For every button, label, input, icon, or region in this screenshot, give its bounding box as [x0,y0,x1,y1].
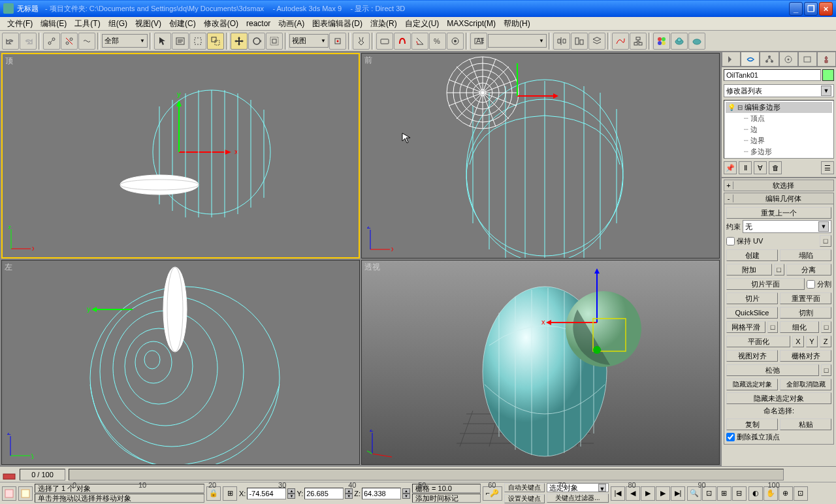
rotate-button[interactable] [248,33,265,50]
stack-edge[interactable]: 边 [726,124,832,135]
slice-button[interactable]: 切片 [726,292,778,304]
select-object-button[interactable] [154,33,171,50]
menu-tools[interactable]: 工具(T) [71,17,104,31]
create-button[interactable]: 创建 [726,249,778,261]
tessellate-button[interactable]: 细化 [780,321,819,333]
close-button[interactable]: × [819,2,833,16]
time-slider[interactable]: 01020 304050 607080 90100 [69,469,784,480]
tab-hierarchy[interactable] [760,52,779,67]
coord-z-input[interactable] [362,488,401,499]
key-filters-button[interactable]: 关键点过滤器... [547,494,609,503]
spinner-snap-button[interactable] [447,33,464,50]
attach-list-button[interactable]: □ [774,264,784,276]
listener-button[interactable] [18,486,33,501]
snap-toggle-button[interactable] [394,33,411,50]
material-editor-button[interactable] [653,33,670,50]
make-unique-button[interactable]: ∀ [754,161,767,174]
add-time-tag[interactable]: 添加时间标记 [412,494,481,503]
menu-group[interactable]: 组(G) [104,17,131,31]
coord-x-input[interactable] [247,488,286,499]
stack-polygon[interactable]: 多边形 [726,146,832,157]
menu-views[interactable]: 视图(V) [131,17,165,31]
hide-selected-button[interactable]: 隐藏选定对象 [726,379,778,390]
undo-button[interactable] [2,33,19,50]
keyboard-shortcut-button[interactable] [376,33,393,50]
repeat-last-button[interactable]: 重复上一个 [726,207,831,219]
tab-create[interactable] [722,52,741,67]
quick-render-button[interactable] [688,33,705,50]
split-checkbox[interactable]: 分割 [807,279,831,289]
align-button[interactable] [571,33,588,50]
tessellate-settings[interactable]: □ [821,321,831,333]
show-end-result-button[interactable]: Ⅱ [739,161,752,174]
modifier-list-dropdown[interactable]: 修改器列表▼ [724,84,834,97]
view-align-button[interactable]: 视图对齐 [726,350,778,362]
msmooth-button[interactable]: 网格平滑 [726,321,765,333]
rollup-soft-selection[interactable]: +软选择 [724,180,834,191]
move-button[interactable] [231,33,248,50]
menu-customize[interactable]: 自定义(U) [401,17,443,31]
quickslice-button[interactable]: QuickSlice [726,307,778,319]
detach-button[interactable]: 分离 [786,264,832,276]
redo-button[interactable] [20,33,37,50]
copy-named-button[interactable]: 复制 [726,418,778,430]
menu-graph-editors[interactable]: 图表编辑器(D) [308,17,366,31]
viewport-left[interactable]: 左 y zy [1,260,360,465]
preserve-uv-settings[interactable]: □ [820,235,831,247]
collapse-button[interactable]: 塌陷 [780,249,831,261]
scale-button[interactable] [266,33,283,50]
maxscript-mini-button[interactable] [2,486,16,501]
relax-settings[interactable]: □ [821,364,831,376]
maximize-button[interactable]: ❐ [804,2,818,16]
menu-modifiers[interactable]: 修改器(O) [200,17,242,31]
make-planar-button[interactable]: 平面化 [726,336,790,347]
menu-edit[interactable]: 编辑(E) [37,17,71,31]
viewport-front[interactable]: 前 [361,53,720,259]
stack-border[interactable]: 边界 [726,135,832,146]
angle-snap-button[interactable] [411,33,428,50]
set-key-button[interactable]: 设置关键点 [504,494,545,503]
window-crossing-button[interactable] [207,33,224,50]
use-center-button[interactable] [329,33,346,50]
unlink-button[interactable] [61,33,78,50]
link-button[interactable] [43,33,60,50]
preserve-uv-checkbox[interactable]: 保持 UV [726,236,763,246]
minimize-button[interactable]: _ [789,2,803,16]
grid-align-button[interactable]: 栅格对齐 [780,350,831,362]
reset-plane-button[interactable]: 重置平面 [780,292,831,304]
planar-y[interactable]: Y [806,336,818,347]
menu-create[interactable]: 创建(C) [165,17,200,31]
cut-button[interactable]: 切割 [780,307,831,319]
configure-sets-button[interactable]: ☰ [821,161,834,174]
tab-modify[interactable] [741,52,760,67]
menu-maxscript[interactable]: MAXScript(M) [443,18,500,29]
unhide-all-button[interactable]: 全部取消隐藏 [780,379,831,390]
stack-vertex[interactable]: 顶点 [726,113,832,124]
attach-button[interactable]: 附加 [726,264,772,276]
delete-isolated-checkbox[interactable]: 删除孤立顶点 [726,432,831,442]
bind-space-warp-button[interactable] [78,33,95,50]
maximize-viewport-button[interactable]: ⊡ [794,486,808,501]
slice-plane-button[interactable]: 切片平面 [726,278,805,290]
modifier-stack[interactable]: 💡⊟编辑多边形 顶点 边 边界 多边形 [724,100,834,159]
percent-snap-button[interactable]: % [429,33,446,50]
planar-z[interactable]: Z [820,336,831,347]
object-name-input[interactable] [724,69,821,81]
curve-editor-button[interactable] [612,33,629,50]
selection-filter-dropdown[interactable]: 全部▼ [102,34,148,48]
viewport-top[interactable]: 顶 x y yx [1,53,360,259]
viewport-perspective[interactable]: 透视 [361,260,720,465]
msmooth-settings[interactable]: □ [767,321,778,333]
menu-animation[interactable]: 动画(A) [274,17,308,31]
hide-unselected-button[interactable]: 隐藏未选定对象 [726,392,831,404]
select-region-button[interactable] [189,33,206,50]
named-selection-dropdown[interactable]: ▼ [488,34,547,48]
layers-button[interactable] [588,33,605,50]
stack-edit-poly[interactable]: 💡⊟编辑多边形 [726,102,832,113]
tab-motion[interactable] [779,52,798,67]
mirror-button[interactable] [553,33,570,50]
named-selection-button[interactable]: ABC [470,33,487,50]
render-scene-button[interactable] [671,33,688,50]
frame-indicator[interactable]: 0 / 100 [20,469,65,480]
paste-named-button[interactable]: 粘贴 [780,418,831,430]
